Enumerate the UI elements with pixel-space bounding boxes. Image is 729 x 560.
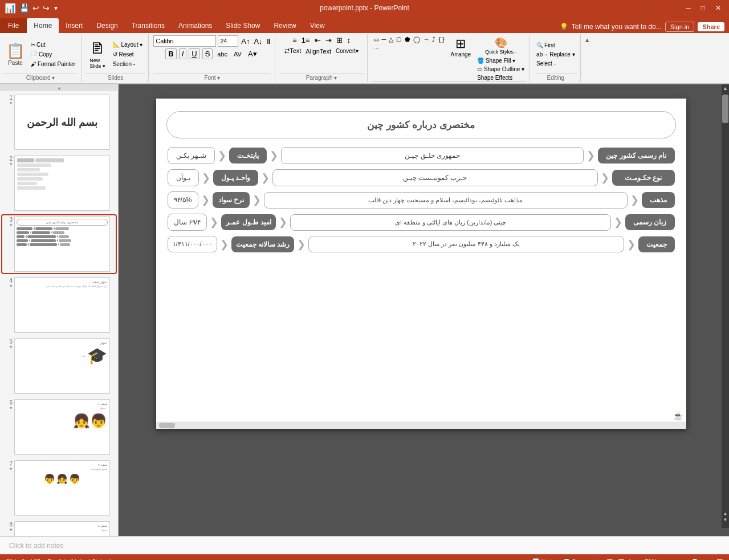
powerpoint-icon: 📊	[5, 3, 16, 14]
paste-button[interactable]: 📋 Paste	[3, 41, 27, 67]
section-button[interactable]: Section -	[111, 60, 145, 68]
quick-styles-button[interactable]: 🎨 Quick Styles -	[475, 35, 526, 56]
slide-item-5[interactable]: 5 ★ عنوان متن 🎓	[2, 337, 116, 395]
font-decrease-button[interactable]: A↓	[252, 36, 263, 46]
qat-redo[interactable]: ↪	[43, 3, 50, 13]
tell-me-text[interactable]: Tell me what you want to do...	[572, 23, 662, 31]
layout-button[interactable]: 📐 Layout ▾	[111, 40, 145, 49]
ribbon-content: 📋 Paste ✂Cut 📄Copy 🖌Format Painter Clipb…	[0, 33, 729, 84]
outline-view-button[interactable]: ⊞	[618, 557, 625, 560]
italic-button[interactable]: I	[179, 48, 187, 59]
shape-1[interactable]: ▭	[372, 35, 380, 44]
font-increase-button[interactable]: A↑	[240, 36, 251, 46]
shape-fill-button[interactable]: 🪣 Shape Fill ▾	[475, 57, 526, 64]
tab-view[interactable]: View	[303, 18, 332, 33]
slide-8-thumb: اسلاید ۸ محتوا...	[14, 521, 110, 536]
shape-10[interactable]: ⋯	[372, 44, 381, 53]
maximize-button[interactable]: □	[698, 4, 708, 12]
font-family-input[interactable]	[153, 35, 216, 47]
text-direction-button[interactable]: ⇄Text	[283, 47, 303, 55]
tab-insert[interactable]: Insert	[59, 18, 89, 33]
notes-bar[interactable]: Click to add notes	[0, 536, 729, 554]
select-button[interactable]: Select -	[535, 60, 577, 67]
ribbon-collapse-button[interactable]: ▲	[582, 34, 593, 82]
slide-item-6[interactable]: 6 ★ اسلاید ۶ محتوا... 👧👦	[2, 398, 116, 456]
shape-6[interactable]: ◯	[412, 35, 421, 44]
strikethrough-button[interactable]: S	[202, 48, 213, 59]
qat-save[interactable]: 💾	[19, 3, 29, 13]
bullets-button[interactable]: ≡	[291, 35, 299, 45]
tab-file[interactable]: File	[0, 18, 27, 33]
shape-4[interactable]: ⬡	[395, 35, 403, 44]
slide-item-1[interactable]: 1 ★ بسم الله الرحمن	[2, 93, 116, 151]
sign-in-button[interactable]: Sign in	[665, 22, 695, 32]
tab-home[interactable]: Home	[27, 18, 59, 33]
slide-item-7[interactable]: 7 ★ اسلاید ۷ محتوا و توضیحات... 👦👧👦	[2, 459, 116, 517]
scroll-arrow-down2[interactable]: ▼	[723, 517, 728, 522]
qat-undo[interactable]: ↩	[32, 3, 39, 13]
tab-animations[interactable]: Animations	[172, 18, 219, 33]
tab-transitions[interactable]: Transitions	[125, 18, 172, 33]
shape-9[interactable]: { }	[437, 35, 445, 44]
font-color-button[interactable]: A▾	[246, 49, 259, 59]
find-button[interactable]: 🔍 Find	[535, 42, 577, 49]
notes-button[interactable]: 📝Notes	[532, 558, 558, 561]
increase-indent-button[interactable]: ⇥	[324, 35, 333, 45]
slideshow-view-button[interactable]: ▶	[629, 557, 636, 560]
slide-h-scrollbar[interactable]	[156, 422, 686, 429]
arrow-4c: ❮	[210, 216, 218, 228]
numbering-button[interactable]: 1≡	[300, 35, 312, 45]
replace-button[interactable]: ab→ Replace ▾	[535, 51, 577, 58]
slide-item-3[interactable]: 3 ★ مختصری درباره کشور چین	[2, 215, 116, 273]
scroll-up-arrow[interactable]: ▲	[722, 84, 729, 92]
close-button[interactable]: ✕	[712, 4, 724, 12]
shadow-button[interactable]: abc	[215, 50, 230, 58]
minimize-button[interactable]: ─	[682, 4, 694, 12]
shape-7[interactable]: →	[422, 35, 430, 44]
new-slide-button[interactable]: 🖹 NewSlide ▾	[86, 39, 109, 70]
columns-button[interactable]: ⊞	[335, 35, 344, 45]
slide-canvas: مختصری درباره کشور چین نام رسمی کشور چین…	[156, 99, 686, 429]
vertical-scrollbar[interactable]: ▲ ▼	[722, 84, 729, 528]
normal-view-button[interactable]: ⊡	[606, 557, 613, 560]
tab-slideshow[interactable]: Slide Show	[219, 18, 267, 33]
qat-dropdown[interactable]: ▼	[53, 5, 59, 11]
zoom-fit-button[interactable]: ⊡	[716, 557, 723, 560]
shape-8[interactable]: ⤴	[431, 35, 437, 44]
slide-item-4[interactable]: 4 ★ عنوان اسلاید متن محتوای اسلاید که شا…	[2, 276, 116, 334]
shape-3[interactable]: △	[388, 35, 394, 44]
char-spacing-button[interactable]: AV	[232, 50, 243, 58]
slide-item-8[interactable]: 8 ★ اسلاید ۸ محتوا...	[2, 520, 116, 536]
comments-button[interactable]: 💬Comments	[563, 558, 602, 561]
share-button[interactable]: Share	[698, 22, 724, 31]
underline-button[interactable]: U	[189, 48, 199, 59]
slide-title[interactable]: مختصری درباره کشور چین	[166, 111, 676, 138]
tab-review[interactable]: Review	[267, 18, 303, 33]
slide-row-4: زبان رسمی ❮ چینی (ماندارین) زبان های ایا…	[168, 214, 675, 231]
shape-effects-button[interactable]: Shape Effects	[475, 74, 526, 81]
tab-design[interactable]: Design	[89, 18, 124, 33]
coffee-icon: ☕	[673, 411, 683, 420]
slide-panel-scroll-up[interactable]: ▲	[0, 84, 119, 91]
cut-button[interactable]: ✂Cut	[28, 40, 78, 49]
decrease-indent-button[interactable]: ⇤	[313, 35, 323, 45]
line-spacing-button[interactable]: ↕	[345, 35, 353, 45]
slide-item-2[interactable]: 2 ★	[2, 154, 116, 212]
slide-2-thumb	[14, 156, 110, 211]
vertical-scrollbar-thumb[interactable]	[722, 95, 728, 123]
format-painter-button[interactable]: 🖌Format Painter	[28, 60, 78, 68]
shape-outline-button[interactable]: ▭ Shape Outline ▾	[475, 66, 526, 73]
slide-scrollbar-thumb[interactable]	[159, 423, 175, 428]
shape-5[interactable]: ⬟	[404, 35, 412, 44]
clear-format-button[interactable]: Ⅱ	[266, 36, 271, 46]
bold-button[interactable]: B	[165, 48, 176, 59]
copy-button[interactable]: 📄Copy	[28, 50, 78, 59]
smartart-button[interactable]: Convert▾	[334, 47, 360, 55]
font-size-input[interactable]	[218, 35, 238, 47]
scroll-arrow-up2[interactable]: ▲	[723, 511, 728, 516]
reset-button[interactable]: ↺ Reset	[111, 50, 145, 59]
value-growth: ۱/۴۱۱/۰۰۰/۰۰۰	[168, 236, 217, 252]
align-text-button[interactable]: AlignText	[304, 47, 333, 55]
shape-2[interactable]: ─	[381, 35, 388, 44]
arrange-button[interactable]: ⊞ Arrange	[447, 35, 475, 59]
